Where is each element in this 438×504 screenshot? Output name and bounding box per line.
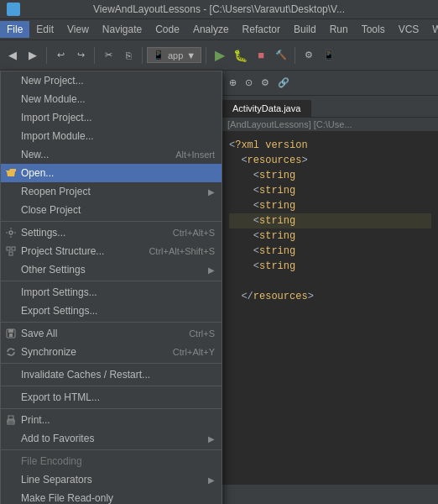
svg-rect-2 bbox=[12, 247, 15, 250]
menu-code[interactable]: Code bbox=[149, 21, 186, 38]
file-menu-dropdown: New Project... New Module... Import Proj… bbox=[0, 71, 222, 504]
editor-breadcrumb-bar: [AndLayoutLessons] [C:\Use... bbox=[222, 118, 438, 131]
menu-line-separators[interactable]: Line Separators ▶ bbox=[1, 470, 222, 489]
menu-file[interactable]: File bbox=[0, 21, 29, 38]
separator-5 bbox=[1, 386, 222, 386]
toolbar-separator-5 bbox=[295, 47, 295, 64]
export-html-label: Export to HTML... bbox=[21, 391, 100, 403]
menu-analyze[interactable]: Analyze bbox=[186, 21, 236, 38]
editor-tab-active[interactable]: ActivityData.java bbox=[222, 100, 311, 117]
menu-bar: File Edit View Navigate Code Analyze Ref… bbox=[0, 19, 438, 40]
menu-view[interactable]: View bbox=[60, 21, 96, 38]
menu-new-project[interactable]: New Project... bbox=[1, 71, 222, 90]
toolbar: ◀ ▶ ↩ ↪ ✂ ⎘ 📱 app ▼ ▶ 🐛 ■ 🔨 ⚙ 📱 bbox=[0, 40, 438, 71]
import-module-label: Import Module... bbox=[21, 130, 94, 142]
menu-refactor[interactable]: Refactor bbox=[236, 21, 287, 38]
code-line-4: <string bbox=[229, 183, 431, 198]
svg-rect-6 bbox=[9, 333, 13, 337]
open-folder-icon bbox=[4, 166, 18, 180]
menu-build[interactable]: Build bbox=[287, 21, 323, 38]
save-icon bbox=[4, 327, 18, 340]
editor-nav-btn4[interactable]: 🔗 bbox=[274, 76, 293, 90]
invalidate-caches-label: Invalidate Caches / Restart... bbox=[21, 369, 150, 381]
menu-window[interactable]: Window bbox=[425, 21, 438, 38]
code-line-3: <string bbox=[229, 168, 431, 183]
separator-2 bbox=[1, 281, 222, 281]
project-structure-icon bbox=[4, 244, 18, 258]
separator-6 bbox=[1, 408, 222, 409]
toolbar-undo-btn[interactable]: ↩ bbox=[51, 46, 70, 65]
toolbar-separator-3 bbox=[142, 47, 143, 64]
menu-settings[interactable]: Settings... Ctrl+Alt+S bbox=[1, 223, 222, 242]
menu-export-html[interactable]: Export to HTML... bbox=[1, 388, 222, 407]
add-to-favorites-label: Add to Favorites bbox=[21, 433, 94, 444]
svg-point-0 bbox=[9, 231, 13, 234]
menu-close-project[interactable]: Close Project bbox=[1, 201, 222, 219]
menu-tools[interactable]: Tools bbox=[355, 21, 392, 38]
editor-tabs: ActivityData.java bbox=[222, 96, 438, 118]
menu-print[interactable]: Print... bbox=[1, 411, 222, 429]
menu-edit[interactable]: Edit bbox=[29, 21, 60, 38]
reopen-project-arrow: ▶ bbox=[208, 187, 215, 197]
other-settings-arrow: ▶ bbox=[208, 265, 215, 275]
app-icon bbox=[7, 3, 20, 16]
menu-make-file-readonly[interactable]: Make File Read-only bbox=[1, 489, 222, 504]
new-module-label: New Module... bbox=[21, 93, 86, 105]
file-encoding-label: File Encoding bbox=[21, 455, 82, 467]
open-label: Open... bbox=[21, 167, 54, 179]
toolbar-separator-2 bbox=[94, 47, 95, 64]
menu-invalidate-caches[interactable]: Invalidate Caches / Restart... bbox=[1, 365, 222, 384]
menu-import-project[interactable]: Import Project... bbox=[1, 108, 222, 127]
synchronize-label: Synchronize bbox=[21, 346, 76, 358]
menu-project-structure[interactable]: Project Structure... Ctrl+Alt+Shift+S bbox=[1, 242, 222, 260]
menu-add-to-favorites[interactable]: Add to Favorites ▶ bbox=[1, 429, 222, 448]
avd-manager-btn[interactable]: 📱 bbox=[320, 46, 338, 65]
synchronize-shortcut: Ctrl+Alt+Y bbox=[173, 347, 215, 357]
menu-new-module[interactable]: New Module... bbox=[1, 90, 222, 108]
menu-export-settings[interactable]: Export Settings... bbox=[1, 302, 222, 320]
editor-nav-btn3[interactable]: ⚙ bbox=[258, 76, 273, 90]
main-content: New Project... New Module... Import Proj… bbox=[0, 71, 438, 504]
menu-reopen-project[interactable]: Reopen Project ▶ bbox=[1, 182, 222, 201]
toolbar-forward-btn[interactable]: ▶ bbox=[23, 46, 42, 65]
export-settings-label: Export Settings... bbox=[21, 305, 97, 317]
close-project-label: Close Project bbox=[21, 204, 81, 216]
build-btn[interactable]: 🔨 bbox=[272, 46, 290, 65]
menu-vcs[interactable]: VCS bbox=[392, 21, 426, 38]
editor-toolbar: ⊕ ⊙ ⚙ 🔗 bbox=[222, 71, 438, 96]
code-line-1: <?xml version bbox=[229, 138, 431, 153]
breadcrumb-text: [AndLayoutLessons] [C:\Use... bbox=[227, 119, 352, 129]
code-line-10 bbox=[229, 274, 431, 289]
debug-btn[interactable]: 🐛 bbox=[231, 46, 250, 65]
svg-rect-1 bbox=[7, 247, 10, 250]
separator-4 bbox=[1, 363, 222, 364]
editor-nav-btn2[interactable]: ⊙ bbox=[242, 76, 256, 90]
code-line-9: <string bbox=[229, 259, 431, 274]
toolbar-copy-btn[interactable]: ⎘ bbox=[119, 46, 138, 65]
toolbar-back-btn[interactable]: ◀ bbox=[3, 46, 22, 65]
menu-other-settings[interactable]: Other Settings ▶ bbox=[1, 260, 222, 279]
app-dropdown[interactable]: 📱 app ▼ bbox=[147, 47, 201, 63]
sdk-manager-btn[interactable]: ⚙ bbox=[300, 46, 318, 65]
code-line-11: </resources> bbox=[229, 289, 431, 304]
menu-synchronize[interactable]: Synchronize Ctrl+Alt+Y bbox=[1, 343, 222, 361]
other-settings-label: Other Settings bbox=[21, 264, 86, 276]
menu-import-settings[interactable]: Import Settings... bbox=[1, 283, 222, 302]
run-btn[interactable]: ▶ bbox=[211, 46, 229, 65]
settings-label: Settings... bbox=[21, 227, 65, 239]
menu-save-all[interactable]: Save All Ctrl+S bbox=[1, 324, 222, 343]
editor-nav-btn1[interactable]: ⊕ bbox=[226, 76, 240, 90]
sync-icon bbox=[4, 345, 18, 359]
toolbar-cut-btn[interactable]: ✂ bbox=[99, 46, 117, 65]
app-dropdown-label: app bbox=[168, 50, 183, 60]
save-all-label: Save All bbox=[21, 328, 57, 339]
editor-content[interactable]: <?xml version <resources> <string <strin… bbox=[222, 131, 438, 311]
line-separators-arrow: ▶ bbox=[208, 475, 215, 485]
stop-btn[interactable]: ■ bbox=[252, 46, 270, 65]
toolbar-redo-btn[interactable]: ↪ bbox=[71, 46, 90, 65]
menu-run[interactable]: Run bbox=[323, 21, 355, 38]
menu-open[interactable]: Open... bbox=[1, 164, 222, 182]
menu-navigate[interactable]: Navigate bbox=[96, 21, 149, 38]
menu-import-module[interactable]: Import Module... bbox=[1, 127, 222, 145]
menu-new[interactable]: New... Alt+Insert bbox=[1, 145, 222, 164]
